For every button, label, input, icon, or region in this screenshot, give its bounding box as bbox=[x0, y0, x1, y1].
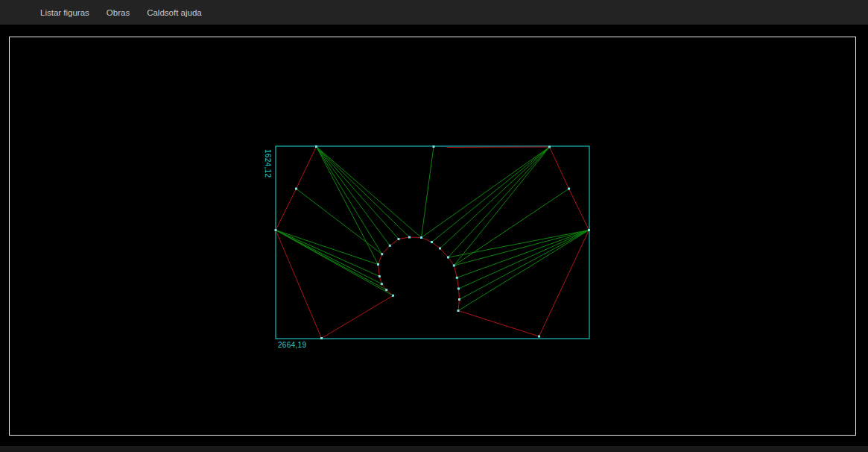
menu-item-obras[interactable]: Obras bbox=[107, 8, 130, 17]
menu-item-listar-figuras[interactable]: Listar figuras bbox=[40, 8, 89, 17]
bottom-strip bbox=[0, 446, 868, 452]
menu-item-caldsoft-ajuda[interactable]: Caldsoft ajuda bbox=[147, 8, 202, 17]
dimension-height-label: 1624,12 bbox=[264, 149, 272, 178]
top-menu-bar: Listar figuras Obras Caldsoft ajuda bbox=[0, 0, 868, 25]
dimension-width-label: 2664,19 bbox=[278, 341, 306, 349]
figure-drawing: 1624,12 2664,19 bbox=[10, 37, 855, 435]
green-triangulation-lines bbox=[276, 147, 589, 311]
drawing-canvas[interactable]: 1624,12 2664,19 bbox=[9, 37, 856, 436]
